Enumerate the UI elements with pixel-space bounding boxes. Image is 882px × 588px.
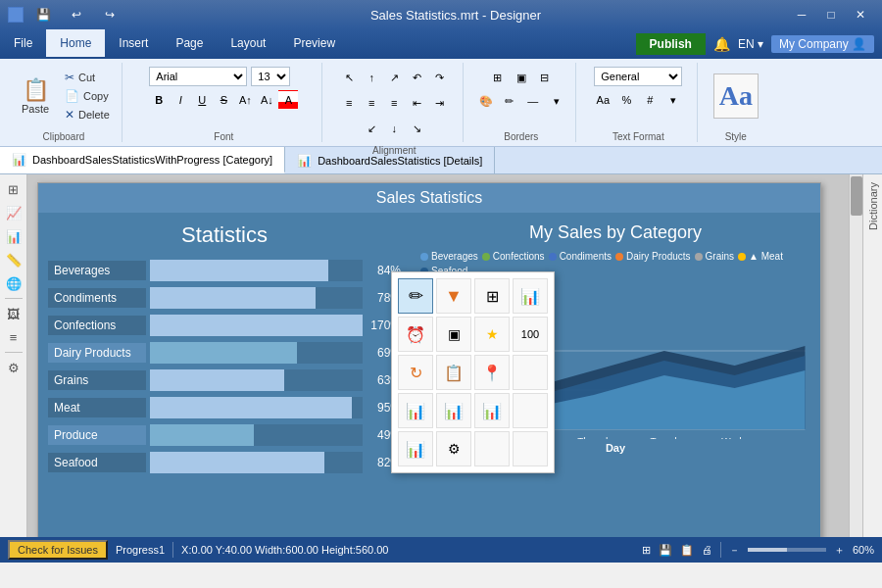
status-icon-2[interactable]: 💾: [659, 544, 672, 557]
widget-blank4[interactable]: [513, 431, 548, 466]
indent-decrease[interactable]: ⇤: [406, 92, 427, 114]
publish-button[interactable]: Publish: [636, 33, 706, 55]
borders-row1: ⊞ ▣ ⊟: [487, 67, 556, 88]
widget-chart-bar[interactable]: 📊: [513, 278, 548, 314]
align-top-right[interactable]: ↗: [383, 67, 405, 88]
status-icon-4[interactable]: 🖨: [702, 544, 712, 556]
lt-globe-btn[interactable]: 🌐: [3, 272, 24, 294]
font-size-select[interactable]: 13: [251, 67, 290, 86]
tab-0[interactable]: 📊 DashboardSalesStatisticsWithProgress […: [0, 147, 285, 173]
save-button[interactable]: 💾: [29, 5, 57, 24]
widget-table3[interactable]: 📊: [436, 393, 471, 428]
widget-blank3[interactable]: [474, 431, 510, 466]
rotate-ccw[interactable]: ↶: [406, 67, 427, 88]
lang-selector[interactable]: EN ▾: [738, 37, 763, 51]
widget-blank[interactable]: [513, 355, 548, 390]
menu-insert[interactable]: Insert: [105, 29, 162, 59]
menu-home[interactable]: Home: [46, 29, 105, 59]
border-none[interactable]: ⊟: [534, 67, 556, 88]
widget-edit[interactable]: ✏: [398, 278, 433, 314]
align-top-left[interactable]: ↖: [338, 67, 360, 88]
format-select[interactable]: General: [594, 67, 682, 86]
lt-ruler-btn[interactable]: 📏: [3, 249, 24, 270]
align-bottom-right[interactable]: ↘: [406, 118, 427, 139]
lt-chart-btn[interactable]: 📈: [3, 202, 24, 223]
undo-button[interactable]: ↩: [63, 5, 90, 24]
lt-bar-btn[interactable]: 📊: [3, 225, 24, 247]
lt-layer-btn[interactable]: ≡: [3, 326, 24, 348]
widget-blank2[interactable]: [513, 393, 548, 428]
align-left[interactable]: ≡: [338, 92, 360, 114]
border-style[interactable]: ―: [522, 90, 544, 112]
style-button[interactable]: Aa: [713, 74, 759, 119]
minimize-button[interactable]: ─: [788, 5, 815, 24]
text-format-more[interactable]: ▾: [662, 89, 684, 111]
widget-table5[interactable]: 📊: [398, 431, 433, 466]
menu-file[interactable]: File: [0, 29, 46, 59]
maximize-button[interactable]: □: [817, 5, 845, 24]
menu-page[interactable]: Page: [162, 29, 217, 59]
lt-settings-btn[interactable]: ⚙: [3, 357, 24, 378]
italic-button[interactable]: I: [171, 90, 190, 110]
lt-grid-btn[interactable]: ⊞: [3, 178, 24, 200]
tab-1[interactable]: 📊 DashboardSalesStatistics [Details]: [285, 147, 495, 173]
status-icon-1[interactable]: ⊞: [642, 544, 651, 557]
delete-button[interactable]: ✕ Delete: [61, 106, 114, 123]
scrollbar-vertical[interactable]: [849, 174, 862, 537]
close-button[interactable]: ✕: [847, 5, 874, 24]
paste-button[interactable]: 📋 Paste: [14, 74, 57, 119]
widget-settings[interactable]: ⚙: [436, 431, 471, 466]
underline-button[interactable]: U: [192, 90, 212, 110]
font-size-down-button[interactable]: A↓: [257, 90, 276, 110]
widget-number[interactable]: 100: [513, 317, 548, 352]
chart-title: My Sales by Category: [420, 222, 810, 243]
fill-color[interactable]: 🎨: [475, 90, 497, 112]
redo-button[interactable]: ↪: [96, 5, 123, 24]
scrollbar-thumb-v[interactable]: [851, 176, 862, 216]
widget-pin[interactable]: 📍: [474, 355, 510, 390]
font-size-up-button[interactable]: A↑: [235, 90, 255, 110]
copy-button[interactable]: 📄 Copy: [61, 87, 114, 105]
widget-table[interactable]: ⊞: [474, 278, 510, 314]
widget-clip[interactable]: 📋: [436, 355, 471, 390]
widget-box[interactable]: ▣: [436, 317, 471, 352]
bold-button[interactable]: B: [149, 90, 169, 110]
cut-button[interactable]: ✂ Cut: [61, 69, 114, 86]
status-icon-3[interactable]: 📋: [680, 544, 694, 557]
align-top-center[interactable]: ↑: [361, 67, 382, 88]
borders-more[interactable]: ▾: [546, 90, 567, 112]
widget-table4[interactable]: 📊: [474, 393, 510, 428]
lt-sep1: [5, 298, 23, 299]
notification-icon[interactable]: 🔔: [713, 36, 730, 52]
text-fmt-btn2[interactable]: %: [615, 89, 637, 111]
widget-clock[interactable]: ⏰: [398, 317, 433, 352]
dictionary-label[interactable]: Dictionary: [867, 174, 879, 238]
border-color[interactable]: ✏: [499, 90, 520, 112]
indent-increase[interactable]: ⇥: [428, 92, 450, 114]
align-center[interactable]: ≡: [361, 92, 382, 114]
text-fmt-btn1[interactable]: Aa: [592, 89, 613, 111]
widget-filter[interactable]: ▼: [436, 278, 471, 314]
widget-table2[interactable]: 📊: [398, 393, 433, 428]
align-bottom-left[interactable]: ↙: [361, 118, 382, 139]
zoom-out-btn[interactable]: －: [729, 543, 740, 558]
font-name-select[interactable]: Arial: [149, 67, 247, 86]
strikethrough-button[interactable]: S: [214, 90, 233, 110]
lt-image-btn[interactable]: 🖼: [3, 303, 24, 324]
menu-preview[interactable]: Preview: [279, 29, 349, 59]
border-outer[interactable]: ▣: [511, 67, 532, 88]
zoom-slider[interactable]: [748, 548, 826, 552]
widget-refresh[interactable]: ↻: [398, 355, 433, 390]
widget-star[interactable]: ★: [474, 317, 510, 352]
company-label[interactable]: My Company 👤: [771, 35, 874, 53]
border-all[interactable]: ⊞: [487, 67, 509, 88]
align-bottom-center[interactable]: ↓: [383, 118, 405, 139]
menu-layout[interactable]: Layout: [217, 29, 279, 59]
rotate-cw[interactable]: ↷: [428, 67, 450, 88]
tab-1-label: DashboardSalesStatistics [Details]: [318, 155, 482, 167]
zoom-in-btn[interactable]: ＋: [834, 543, 845, 558]
align-right[interactable]: ≡: [383, 92, 405, 114]
highlight-button[interactable]: A: [278, 90, 298, 110]
text-fmt-btn3[interactable]: #: [639, 89, 661, 111]
check-issues-button[interactable]: Check for Issues: [8, 540, 108, 560]
